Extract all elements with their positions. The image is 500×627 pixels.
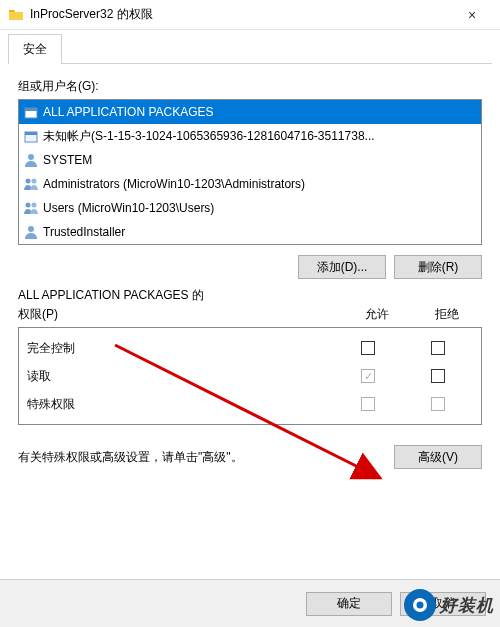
permissions-header-label: 权限(P) <box>18 306 342 323</box>
svg-point-9 <box>28 226 34 232</box>
titlebar: InProcServer32 的权限 × <box>0 0 500 30</box>
col-allow-label: 允许 <box>342 306 412 323</box>
permission-label: 读取 <box>27 368 333 385</box>
tab-bar: 安全 <box>0 34 500 64</box>
list-item-label: ALL APPLICATION PACKAGES <box>43 105 214 119</box>
allow-checkbox[interactable] <box>361 369 375 383</box>
permission-label: 完全控制 <box>27 340 333 357</box>
deny-checkbox[interactable] <box>431 341 445 355</box>
remove-button[interactable]: 删除(R) <box>394 255 482 279</box>
permission-label: 特殊权限 <box>27 396 333 413</box>
watermark-logo-icon <box>404 589 436 621</box>
watermark: 好装机 <box>404 589 494 621</box>
svg-point-6 <box>32 179 37 184</box>
list-item[interactable]: 未知帐户(S-1-15-3-1024-1065365936-1281604716… <box>19 124 481 148</box>
tab-security[interactable]: 安全 <box>8 34 62 64</box>
folder-icon <box>8 7 24 23</box>
svg-point-4 <box>28 154 34 160</box>
window-title: InProcServer32 的权限 <box>30 6 452 23</box>
listbox-buttons: 添加(D)... 删除(R) <box>18 255 482 279</box>
list-item[interactable]: Administrators (MicroWin10-1203\Administ… <box>19 172 481 196</box>
deny-checkbox <box>431 397 445 411</box>
user-icon <box>23 152 39 168</box>
group-icon <box>23 200 39 216</box>
list-item-label: TrustedInstaller <box>43 225 125 239</box>
list-item-label: Administrators (MicroWin10-1203\Administ… <box>43 177 305 191</box>
add-button[interactable]: 添加(D)... <box>298 255 386 279</box>
ok-button[interactable]: 确定 <box>306 592 392 616</box>
groups-label: 组或用户名(G): <box>18 78 482 95</box>
svg-rect-3 <box>25 132 37 135</box>
list-item[interactable]: Users (MicroWin10-1203\Users) <box>19 196 481 220</box>
advanced-row: 有关特殊权限或高级设置，请单击"高级"。 高级(V) <box>18 445 482 469</box>
permission-row: 完全控制 <box>27 334 473 362</box>
user-icon <box>23 224 39 240</box>
deny-checkbox[interactable] <box>431 369 445 383</box>
advanced-hint: 有关特殊权限或高级设置，请单击"高级"。 <box>18 449 384 466</box>
svg-point-8 <box>32 203 37 208</box>
svg-point-5 <box>26 179 31 184</box>
advanced-button[interactable]: 高级(V) <box>394 445 482 469</box>
package-icon <box>23 128 39 144</box>
group-icon <box>23 176 39 192</box>
tab-spacer <box>62 34 492 64</box>
list-item-label: SYSTEM <box>43 153 92 167</box>
permissions-header-prefix: ALL APPLICATION PACKAGES 的 <box>18 287 482 304</box>
list-item[interactable]: ALL APPLICATION PACKAGES <box>19 100 481 124</box>
svg-point-13 <box>417 602 424 609</box>
groups-listbox[interactable]: ALL APPLICATION PACKAGES 未知帐户(S-1-15-3-1… <box>18 99 482 245</box>
list-item[interactable]: SYSTEM <box>19 148 481 172</box>
permissions-header-row: 权限(P) 允许 拒绝 <box>18 306 482 323</box>
permissions-box: 完全控制 读取 特殊权限 <box>18 327 482 425</box>
close-button[interactable]: × <box>452 7 492 23</box>
allow-checkbox[interactable] <box>361 341 375 355</box>
content-area: 组或用户名(G): ALL APPLICATION PACKAGES 未知帐户(… <box>0 64 500 483</box>
permission-row: 读取 <box>27 362 473 390</box>
package-icon <box>23 104 39 120</box>
col-deny-label: 拒绝 <box>412 306 482 323</box>
allow-checkbox <box>361 397 375 411</box>
svg-rect-1 <box>25 108 37 111</box>
list-item-label: 未知帐户(S-1-15-3-1024-1065365936-1281604716… <box>43 128 375 145</box>
svg-point-7 <box>26 203 31 208</box>
list-item[interactable]: TrustedInstaller <box>19 220 481 244</box>
watermark-text: 好装机 <box>440 594 494 617</box>
list-item-label: Users (MicroWin10-1203\Users) <box>43 201 214 215</box>
permission-row: 特殊权限 <box>27 390 473 418</box>
